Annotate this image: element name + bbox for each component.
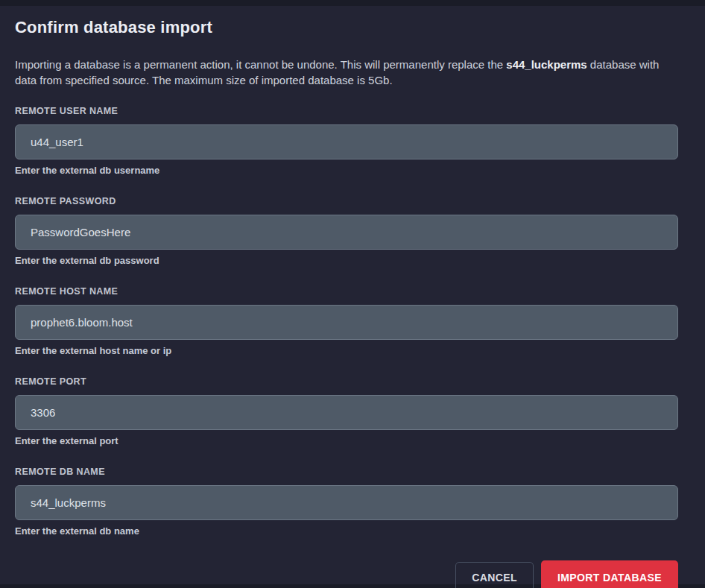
field-remote-user-name: REMOTE USER NAME Enter the external db u… bbox=[15, 106, 678, 176]
remote-user-name-label: REMOTE USER NAME bbox=[15, 106, 678, 116]
remote-port-input[interactable] bbox=[15, 395, 678, 430]
field-remote-password: REMOTE PASSWORD Enter the external db pa… bbox=[15, 196, 678, 266]
remote-port-helper: Enter the external port bbox=[15, 435, 678, 446]
remote-password-helper: Enter the external db password bbox=[15, 255, 678, 266]
field-remote-host-name: REMOTE HOST NAME Enter the external host… bbox=[15, 286, 678, 356]
remote-db-name-input[interactable] bbox=[15, 485, 678, 520]
database-name-highlight: s44_luckperms bbox=[506, 58, 587, 71]
remote-host-name-input[interactable] bbox=[15, 305, 678, 340]
import-database-button[interactable]: IMPORT DATABASE bbox=[541, 560, 678, 588]
remote-port-label: REMOTE PORT bbox=[15, 376, 678, 387]
modal-title: Confirm database import bbox=[15, 18, 678, 37]
field-remote-port: REMOTE PORT Enter the external port bbox=[15, 376, 678, 446]
modal-actions: CANCEL IMPORT DATABASE bbox=[15, 560, 678, 588]
remote-host-name-label: REMOTE HOST NAME bbox=[15, 286, 678, 297]
modal-description: Importing a database is a permanent acti… bbox=[15, 57, 674, 88]
description-text-before: Importing a database is a permanent acti… bbox=[15, 58, 506, 71]
remote-password-input[interactable] bbox=[15, 215, 678, 250]
remote-db-name-label: REMOTE DB NAME bbox=[15, 467, 678, 477]
remote-host-name-helper: Enter the external host name or ip bbox=[15, 345, 678, 356]
confirm-import-modal: Confirm database import Importing a data… bbox=[0, 6, 705, 584]
cancel-button[interactable]: CANCEL bbox=[455, 562, 534, 588]
remote-user-name-input[interactable] bbox=[15, 124, 678, 159]
page-background: Confirm database import Importing a data… bbox=[0, 0, 705, 588]
field-remote-db-name: REMOTE DB NAME Enter the external db nam… bbox=[15, 467, 678, 537]
remote-db-name-helper: Enter the external db name bbox=[15, 525, 678, 537]
remote-password-label: REMOTE PASSWORD bbox=[15, 196, 678, 206]
remote-user-name-helper: Enter the external db username bbox=[15, 165, 678, 176]
